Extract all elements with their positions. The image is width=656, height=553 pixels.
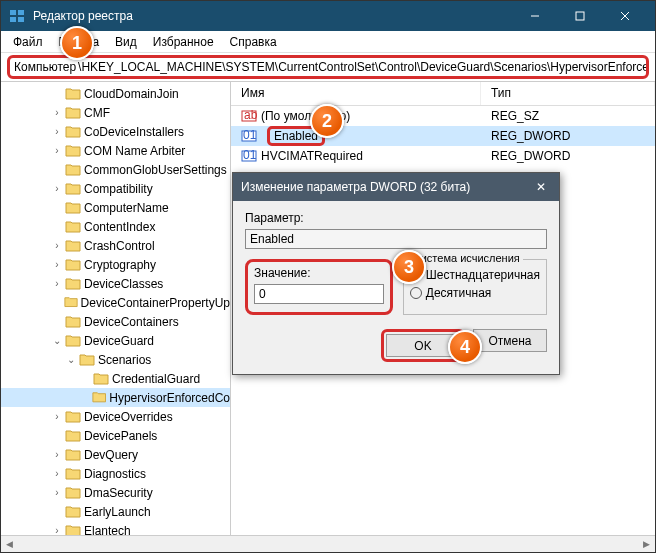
menu-file[interactable]: Файл [5,33,51,51]
tree-item[interactable]: ›Compatibility [1,179,230,198]
expand-icon[interactable]: ⌄ [51,335,63,346]
folder-icon [65,524,81,536]
scroll-track[interactable] [18,536,638,552]
expand-icon[interactable]: › [51,411,63,422]
menu-help[interactable]: Справка [222,33,285,51]
expand-icon[interactable]: › [51,449,63,460]
folder-icon [65,163,81,177]
tree-item[interactable]: ›CrashControl [1,236,230,255]
radix-dec[interactable]: Десятичная [410,286,540,300]
expand-icon[interactable]: › [51,126,63,137]
value-input[interactable] [254,284,384,304]
tree-label: EarlyLaunch [84,505,151,519]
tree-label: HypervisorEnforcedCo [109,391,230,405]
tree-item[interactable]: ›DevQuery [1,445,230,464]
value-type: REG_DWORD [481,129,655,143]
menu-view[interactable]: Вид [107,33,145,51]
tree-label: DmaSecurity [84,486,153,500]
value-row[interactable]: 011HVCIMATRequiredREG_DWORD [231,146,655,166]
callout-3: 3 [392,250,426,284]
minimize-button[interactable] [512,1,557,31]
tree-item[interactable]: ›Elantech [1,521,230,535]
h-scrollbar[interactable]: ◀ ▶ [1,535,655,552]
tree-label: CloudDomainJoin [84,87,179,101]
expand-icon[interactable]: › [51,487,63,498]
folder-icon [65,144,81,158]
expand-icon[interactable]: › [51,240,63,251]
expand-icon[interactable]: › [51,259,63,270]
close-button[interactable] [602,1,647,31]
col-type[interactable]: Тип [481,82,655,105]
tree-item[interactable]: ›COM Name Arbiter [1,141,230,160]
value-name: HVCIMATRequired [261,149,363,163]
folder-icon [65,315,81,329]
tree-label: DeviceContainers [84,315,179,329]
tree-item[interactable]: ›Diagnostics [1,464,230,483]
tree-item[interactable]: ›CoDeviceInstallers [1,122,230,141]
tree-label: Scenarios [98,353,151,367]
tree-item[interactable]: DevicePanels [1,426,230,445]
menubar: Файл Правка Вид Избранное Справка [1,31,655,53]
folder-icon [92,391,106,405]
tree-item[interactable]: ContentIndex [1,217,230,236]
tree-item[interactable]: ›CMF [1,103,230,122]
value-icon: 011 [241,148,257,164]
expand-icon[interactable]: › [51,278,63,289]
tree-item[interactable]: ComputerName [1,198,230,217]
scroll-left-icon[interactable]: ◀ [1,536,18,552]
scroll-right-icon[interactable]: ▶ [638,536,655,552]
expand-icon[interactable]: › [51,145,63,156]
folder-icon [65,258,81,272]
tree-label: CredentialGuard [112,372,200,386]
callout-1: 1 [60,26,94,60]
param-input[interactable] [245,229,547,249]
folder-icon [65,505,81,519]
tree-item[interactable]: DeviceContainerPropertyUp [1,293,230,312]
column-headers: Имя Тип [231,82,655,106]
titlebar[interactable]: Редактор реестра [1,1,655,31]
folder-icon [79,353,95,367]
folder-icon [65,410,81,424]
value-section: Значение: [245,259,393,315]
tree-item[interactable]: EarlyLaunch [1,502,230,521]
tree-item[interactable]: CommonGlobUserSettings [1,160,230,179]
maximize-button[interactable] [557,1,602,31]
tree-item[interactable]: DeviceContainers [1,312,230,331]
tree-item[interactable]: CloudDomainJoin [1,84,230,103]
radio-icon [410,287,422,299]
tree-item[interactable]: ›DeviceClasses [1,274,230,293]
col-name[interactable]: Имя [231,82,481,105]
app-icon [9,8,25,24]
dialog-title: Изменение параметра DWORD (32 бита) [241,180,531,194]
cancel-button[interactable]: Отмена [473,329,547,352]
radix-hex[interactable]: Шестнадцатеричная [410,268,540,282]
menu-favorites[interactable]: Избранное [145,33,222,51]
address-bar[interactable]: Компьютер \HKEY_LOCAL_MACHINE\SYSTEM\Cur… [7,55,649,79]
svg-text:011: 011 [243,148,257,162]
tree-item[interactable]: ›Cryptography [1,255,230,274]
folder-icon [65,486,81,500]
expand-icon[interactable]: › [51,525,63,535]
dialog-close-icon[interactable]: ✕ [531,180,551,194]
tree-item[interactable]: ›DmaSecurity [1,483,230,502]
folder-icon [65,220,81,234]
value-row[interactable]: 011EnabledREG_DWORD [231,126,655,146]
callout-2: 2 [310,104,344,138]
dialog-titlebar[interactable]: Изменение параметра DWORD (32 бита) ✕ [233,173,559,201]
expand-icon[interactable]: › [51,107,63,118]
tree-item[interactable]: CredentialGuard [1,369,230,388]
folder-icon [65,106,81,120]
tree-item[interactable]: ›DeviceOverrides [1,407,230,426]
expand-icon[interactable]: ⌄ [65,354,77,365]
tree-item[interactable]: ⌄Scenarios [1,350,230,369]
expand-icon[interactable]: › [51,183,63,194]
tree-item[interactable]: ⌄DeviceGuard [1,331,230,350]
tree-panel[interactable]: CloudDomainJoin›CMF›CoDeviceInstallers›C… [1,82,231,535]
svg-rect-0 [10,10,16,15]
tree-label: ContentIndex [84,220,155,234]
tree-item[interactable]: HypervisorEnforcedCo [1,388,230,407]
tree-label: DeviceOverrides [84,410,173,424]
tree-label: DeviceContainerPropertyUp [81,296,230,310]
expand-icon[interactable]: › [51,468,63,479]
value-row[interactable]: ab(По умолчанию)REG_SZ [231,106,655,126]
